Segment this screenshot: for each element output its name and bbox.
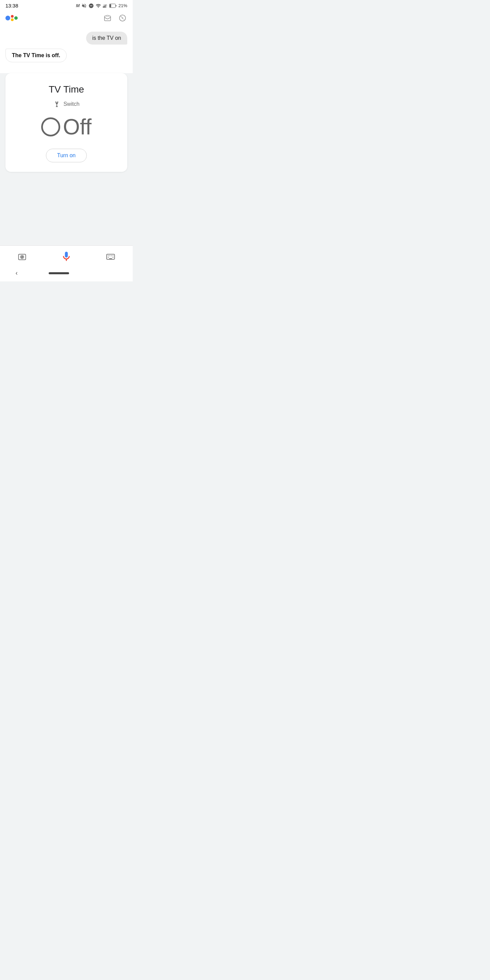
inbox-icon[interactable] — [103, 13, 112, 23]
device-name: TV Time — [49, 84, 84, 95]
svg-rect-2 — [105, 5, 105, 8]
svg-rect-6 — [105, 16, 111, 21]
svg-rect-1 — [104, 5, 105, 8]
svg-rect-3 — [106, 4, 107, 8]
device-type: Switch — [53, 100, 79, 108]
svg-point-8 — [122, 18, 123, 18]
mute-icon — [81, 3, 87, 8]
status-bar: 13:38 M 21% — [0, 0, 133, 10]
status-icons: M 21% — [76, 3, 127, 8]
gray-spacer — [0, 177, 133, 245]
battery-percent: 21% — [118, 3, 127, 8]
device-status-text: Off — [63, 116, 92, 138]
google-logo — [5, 15, 18, 21]
app-header — [0, 10, 133, 26]
status-time: 13:38 — [5, 3, 18, 8]
camera-button[interactable] — [15, 250, 29, 263]
back-button[interactable]: ‹ — [16, 269, 18, 277]
user-message: is the TV on — [86, 32, 127, 45]
device-type-label: Switch — [63, 101, 79, 107]
svg-line-9 — [121, 16, 122, 18]
status-circle — [41, 118, 60, 137]
chat-area: is the TV on The TV Time is off. — [0, 26, 133, 73]
device-status: Off — [41, 116, 92, 138]
nav-bar: ‹ — [0, 266, 133, 282]
home-pill[interactable] — [49, 272, 69, 274]
turn-on-button[interactable]: Turn on — [46, 149, 87, 162]
gmail-icon: M — [76, 3, 80, 8]
dot-blue — [5, 16, 10, 21]
assistant-message: The TV Time is off. — [5, 49, 67, 62]
plug-icon — [53, 100, 60, 108]
device-card: TV Time Switch Off Turn on — [5, 73, 127, 172]
dnd-icon — [89, 3, 94, 8]
svg-point-13 — [21, 256, 23, 258]
explore-icon[interactable] — [118, 13, 127, 23]
dot-yellow — [11, 18, 14, 21]
assistant-bubble: The TV Time is off. — [5, 49, 127, 62]
mic-button[interactable] — [60, 250, 73, 263]
user-bubble: is the TV on — [5, 32, 127, 45]
dot-red — [11, 15, 14, 18]
bottom-bar — [0, 245, 133, 266]
header-actions — [103, 13, 127, 23]
keyboard-button[interactable] — [104, 250, 118, 263]
svg-rect-0 — [103, 6, 104, 8]
wifi-icon — [95, 3, 101, 8]
signal-icon — [103, 3, 108, 8]
svg-line-10 — [123, 19, 124, 20]
dot-green — [14, 16, 18, 20]
svg-rect-5 — [110, 4, 111, 7]
battery-icon — [109, 4, 117, 8]
